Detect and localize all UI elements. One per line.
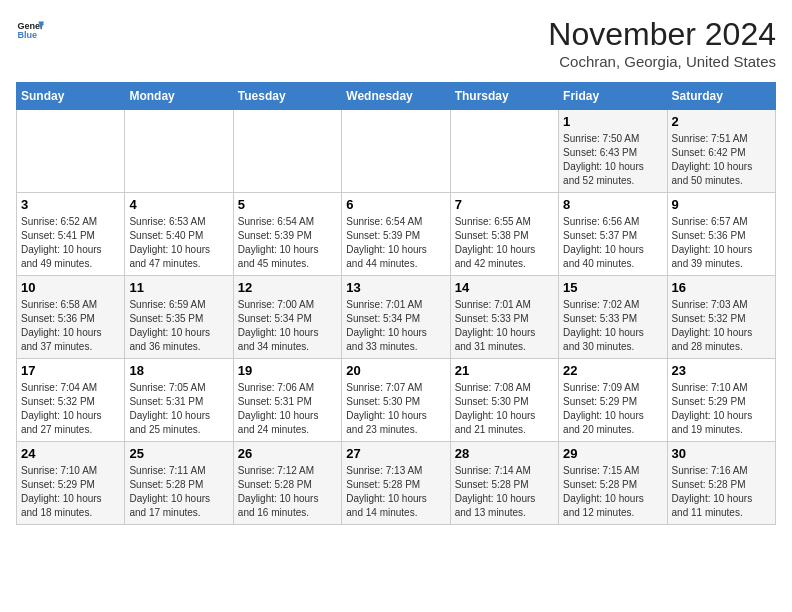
day-number: 15 — [563, 280, 662, 295]
weekday-header-sunday: Sunday — [17, 83, 125, 110]
day-info: Sunrise: 7:08 AM Sunset: 5:30 PM Dayligh… — [455, 381, 554, 437]
calendar-cell: 5Sunrise: 6:54 AM Sunset: 5:39 PM Daylig… — [233, 193, 341, 276]
logo: General Blue — [16, 16, 44, 44]
calendar-cell: 17Sunrise: 7:04 AM Sunset: 5:32 PM Dayli… — [17, 359, 125, 442]
calendar-cell: 30Sunrise: 7:16 AM Sunset: 5:28 PM Dayli… — [667, 442, 775, 525]
calendar-cell: 13Sunrise: 7:01 AM Sunset: 5:34 PM Dayli… — [342, 276, 450, 359]
day-number: 1 — [563, 114, 662, 129]
day-info: Sunrise: 6:53 AM Sunset: 5:40 PM Dayligh… — [129, 215, 228, 271]
calendar-cell: 4Sunrise: 6:53 AM Sunset: 5:40 PM Daylig… — [125, 193, 233, 276]
calendar-week-row: 1Sunrise: 7:50 AM Sunset: 6:43 PM Daylig… — [17, 110, 776, 193]
calendar-cell: 1Sunrise: 7:50 AM Sunset: 6:43 PM Daylig… — [559, 110, 667, 193]
calendar-cell: 16Sunrise: 7:03 AM Sunset: 5:32 PM Dayli… — [667, 276, 775, 359]
calendar-cell: 8Sunrise: 6:56 AM Sunset: 5:37 PM Daylig… — [559, 193, 667, 276]
day-number: 17 — [21, 363, 120, 378]
day-number: 29 — [563, 446, 662, 461]
weekday-header-friday: Friday — [559, 83, 667, 110]
calendar-cell — [125, 110, 233, 193]
calendar-table: SundayMondayTuesdayWednesdayThursdayFrid… — [16, 82, 776, 525]
calendar-cell: 23Sunrise: 7:10 AM Sunset: 5:29 PM Dayli… — [667, 359, 775, 442]
calendar-cell: 28Sunrise: 7:14 AM Sunset: 5:28 PM Dayli… — [450, 442, 558, 525]
day-info: Sunrise: 6:55 AM Sunset: 5:38 PM Dayligh… — [455, 215, 554, 271]
calendar-cell: 10Sunrise: 6:58 AM Sunset: 5:36 PM Dayli… — [17, 276, 125, 359]
calendar-week-row: 24Sunrise: 7:10 AM Sunset: 5:29 PM Dayli… — [17, 442, 776, 525]
day-number: 7 — [455, 197, 554, 212]
calendar-cell: 18Sunrise: 7:05 AM Sunset: 5:31 PM Dayli… — [125, 359, 233, 442]
day-info: Sunrise: 6:54 AM Sunset: 5:39 PM Dayligh… — [238, 215, 337, 271]
day-number: 5 — [238, 197, 337, 212]
day-number: 13 — [346, 280, 445, 295]
calendar-cell: 3Sunrise: 6:52 AM Sunset: 5:41 PM Daylig… — [17, 193, 125, 276]
day-info: Sunrise: 7:11 AM Sunset: 5:28 PM Dayligh… — [129, 464, 228, 520]
day-info: Sunrise: 7:04 AM Sunset: 5:32 PM Dayligh… — [21, 381, 120, 437]
day-info: Sunrise: 7:50 AM Sunset: 6:43 PM Dayligh… — [563, 132, 662, 188]
day-info: Sunrise: 7:13 AM Sunset: 5:28 PM Dayligh… — [346, 464, 445, 520]
day-info: Sunrise: 7:15 AM Sunset: 5:28 PM Dayligh… — [563, 464, 662, 520]
calendar-week-row: 3Sunrise: 6:52 AM Sunset: 5:41 PM Daylig… — [17, 193, 776, 276]
day-info: Sunrise: 7:06 AM Sunset: 5:31 PM Dayligh… — [238, 381, 337, 437]
calendar-cell: 2Sunrise: 7:51 AM Sunset: 6:42 PM Daylig… — [667, 110, 775, 193]
calendar-cell: 9Sunrise: 6:57 AM Sunset: 5:36 PM Daylig… — [667, 193, 775, 276]
day-info: Sunrise: 7:07 AM Sunset: 5:30 PM Dayligh… — [346, 381, 445, 437]
calendar-cell: 11Sunrise: 6:59 AM Sunset: 5:35 PM Dayli… — [125, 276, 233, 359]
calendar-week-row: 10Sunrise: 6:58 AM Sunset: 5:36 PM Dayli… — [17, 276, 776, 359]
day-info: Sunrise: 7:51 AM Sunset: 6:42 PM Dayligh… — [672, 132, 771, 188]
day-number: 30 — [672, 446, 771, 461]
day-number: 10 — [21, 280, 120, 295]
day-info: Sunrise: 6:57 AM Sunset: 5:36 PM Dayligh… — [672, 215, 771, 271]
page-header: General Blue November 2024 Cochran, Geor… — [16, 16, 776, 70]
day-number: 9 — [672, 197, 771, 212]
calendar-title: November 2024 — [548, 16, 776, 53]
calendar-cell: 26Sunrise: 7:12 AM Sunset: 5:28 PM Dayli… — [233, 442, 341, 525]
calendar-cell: 25Sunrise: 7:11 AM Sunset: 5:28 PM Dayli… — [125, 442, 233, 525]
calendar-cell: 7Sunrise: 6:55 AM Sunset: 5:38 PM Daylig… — [450, 193, 558, 276]
title-section: November 2024 Cochran, Georgia, United S… — [548, 16, 776, 70]
day-info: Sunrise: 7:12 AM Sunset: 5:28 PM Dayligh… — [238, 464, 337, 520]
calendar-cell — [17, 110, 125, 193]
day-number: 27 — [346, 446, 445, 461]
day-number: 26 — [238, 446, 337, 461]
day-number: 11 — [129, 280, 228, 295]
day-number: 28 — [455, 446, 554, 461]
weekday-header-row: SundayMondayTuesdayWednesdayThursdayFrid… — [17, 83, 776, 110]
day-number: 3 — [21, 197, 120, 212]
calendar-cell: 20Sunrise: 7:07 AM Sunset: 5:30 PM Dayli… — [342, 359, 450, 442]
day-number: 8 — [563, 197, 662, 212]
day-number: 24 — [21, 446, 120, 461]
day-number: 21 — [455, 363, 554, 378]
day-info: Sunrise: 7:03 AM Sunset: 5:32 PM Dayligh… — [672, 298, 771, 354]
weekday-header-monday: Monday — [125, 83, 233, 110]
day-info: Sunrise: 7:10 AM Sunset: 5:29 PM Dayligh… — [672, 381, 771, 437]
weekday-header-saturday: Saturday — [667, 83, 775, 110]
day-number: 6 — [346, 197, 445, 212]
day-number: 14 — [455, 280, 554, 295]
day-number: 25 — [129, 446, 228, 461]
day-info: Sunrise: 6:58 AM Sunset: 5:36 PM Dayligh… — [21, 298, 120, 354]
day-info: Sunrise: 7:02 AM Sunset: 5:33 PM Dayligh… — [563, 298, 662, 354]
day-info: Sunrise: 7:14 AM Sunset: 5:28 PM Dayligh… — [455, 464, 554, 520]
calendar-cell — [233, 110, 341, 193]
calendar-cell: 15Sunrise: 7:02 AM Sunset: 5:33 PM Dayli… — [559, 276, 667, 359]
day-info: Sunrise: 7:09 AM Sunset: 5:29 PM Dayligh… — [563, 381, 662, 437]
calendar-cell: 22Sunrise: 7:09 AM Sunset: 5:29 PM Dayli… — [559, 359, 667, 442]
calendar-cell: 6Sunrise: 6:54 AM Sunset: 5:39 PM Daylig… — [342, 193, 450, 276]
weekday-header-wednesday: Wednesday — [342, 83, 450, 110]
svg-text:Blue: Blue — [17, 30, 37, 40]
calendar-cell: 19Sunrise: 7:06 AM Sunset: 5:31 PM Dayli… — [233, 359, 341, 442]
day-number: 4 — [129, 197, 228, 212]
weekday-header-tuesday: Tuesday — [233, 83, 341, 110]
day-info: Sunrise: 7:05 AM Sunset: 5:31 PM Dayligh… — [129, 381, 228, 437]
day-info: Sunrise: 6:59 AM Sunset: 5:35 PM Dayligh… — [129, 298, 228, 354]
day-number: 23 — [672, 363, 771, 378]
day-number: 20 — [346, 363, 445, 378]
day-number: 12 — [238, 280, 337, 295]
calendar-cell: 14Sunrise: 7:01 AM Sunset: 5:33 PM Dayli… — [450, 276, 558, 359]
day-info: Sunrise: 7:01 AM Sunset: 5:34 PM Dayligh… — [346, 298, 445, 354]
calendar-cell: 27Sunrise: 7:13 AM Sunset: 5:28 PM Dayli… — [342, 442, 450, 525]
day-info: Sunrise: 7:16 AM Sunset: 5:28 PM Dayligh… — [672, 464, 771, 520]
day-number: 16 — [672, 280, 771, 295]
day-number: 18 — [129, 363, 228, 378]
day-info: Sunrise: 7:10 AM Sunset: 5:29 PM Dayligh… — [21, 464, 120, 520]
calendar-cell: 21Sunrise: 7:08 AM Sunset: 5:30 PM Dayli… — [450, 359, 558, 442]
day-number: 22 — [563, 363, 662, 378]
